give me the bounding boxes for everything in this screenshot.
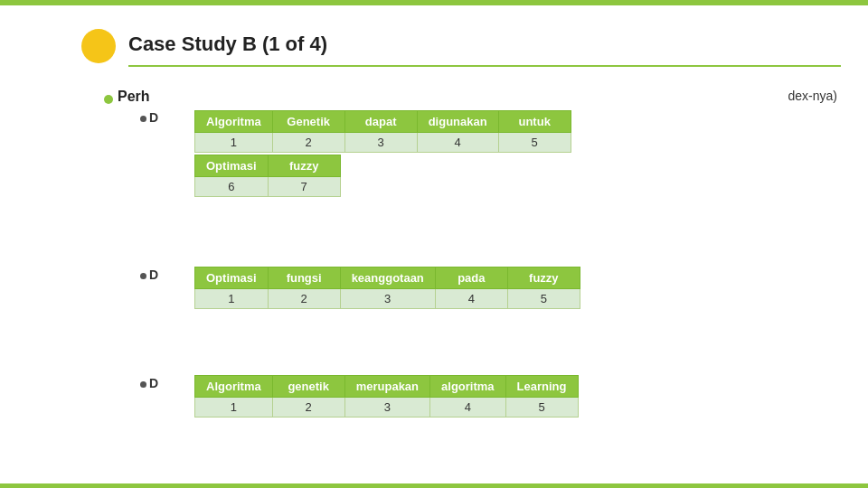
table1b-h1: Optimasi — [195, 155, 269, 177]
table3-h2: genetik — [272, 376, 344, 398]
main-bullet-text: Perh — [118, 89, 150, 105]
table2-n4: 4 — [435, 289, 507, 309]
table1-h2: Genetik — [272, 111, 344, 133]
sub2-text: D — [149, 267, 158, 282]
table3-number-row: 1 2 3 4 5 — [195, 398, 579, 418]
table2-h5: fuzzy — [507, 267, 580, 289]
table1b-h2: fuzzy — [268, 155, 340, 177]
table2-n1: 1 — [195, 289, 269, 309]
title-underline — [128, 65, 841, 67]
table1b-n2: 7 — [268, 177, 340, 197]
table1-n4: 4 — [417, 133, 498, 153]
table2-header-row: Optimasi fungsi keanggotaan pada fuzzy — [195, 267, 580, 289]
table1-n3: 3 — [344, 133, 417, 153]
table2-h2: fungsi — [268, 267, 340, 289]
sub-bullet2-dot — [140, 273, 146, 279]
table3-header-row: Algoritma genetik merupakan algoritma Le… — [195, 376, 579, 398]
table3: Algoritma genetik merupakan algoritma Le… — [194, 375, 579, 418]
table2: Optimasi fungsi keanggotaan pada fuzzy 1… — [194, 267, 580, 309]
table1-header-row: Algoritma Genetik dapat digunakan untuk — [195, 111, 571, 133]
page-title: Case Study B (1 of 4) — [128, 33, 327, 56]
table1b-header-row: Optimasi fuzzy — [195, 155, 341, 177]
table3-h4: algoritma — [430, 376, 506, 398]
top-decorative-line — [0, 0, 868, 5]
table1-h3: dapat — [344, 111, 417, 133]
table3-n5: 5 — [505, 398, 578, 418]
dex-text: dex-nya) — [788, 89, 837, 103]
table3-h5: Learning — [505, 376, 578, 398]
table2-n5: 5 — [507, 289, 580, 309]
table2-h3: keanggotaan — [340, 267, 435, 289]
main-bullet-dot — [104, 95, 113, 104]
table1-h5: untuk — [498, 111, 571, 133]
bottom-decorative-line — [0, 483, 868, 488]
table2-wrap: Optimasi fungsi keanggotaan pada fuzzy 1… — [194, 267, 580, 309]
table3-n1: 1 — [195, 398, 273, 418]
table1-h1: Algoritma — [195, 111, 273, 133]
table1b-number-row: 6 7 — [195, 177, 341, 197]
table2-h4: pada — [435, 267, 507, 289]
table1-n5: 5 — [498, 133, 571, 153]
table3-wrap: Algoritma genetik merupakan algoritma Le… — [194, 375, 579, 418]
table2-h1: Optimasi — [195, 267, 269, 289]
table2-n2: 2 — [268, 289, 340, 309]
table2-n3: 3 — [340, 289, 435, 309]
table1b-n1: 6 — [195, 177, 269, 197]
table2-number-row: 1 2 3 4 5 — [195, 289, 580, 309]
table3-n2: 2 — [272, 398, 344, 418]
table1-h4: digunakan — [417, 111, 498, 133]
circle-decoration — [81, 29, 116, 63]
table1b: Optimasi fuzzy 6 7 — [194, 155, 341, 197]
table1-n2: 2 — [272, 133, 344, 153]
table1: Algoritma Genetik dapat digunakan untuk … — [194, 110, 571, 153]
table1-number-row: 1 2 3 4 5 — [195, 133, 571, 153]
table3-h3: merupakan — [344, 376, 429, 398]
sub-bullet3-dot — [140, 381, 146, 388]
table1-wrap: Algoritma Genetik dapat digunakan untuk … — [194, 110, 571, 197]
table3-h1: Algoritma — [195, 376, 273, 398]
table1-n1: 1 — [195, 133, 273, 153]
sub-bullet1-dot — [140, 116, 146, 122]
table3-n3: 3 — [344, 398, 429, 418]
sub1-text: D — [149, 110, 158, 125]
sub3-text: D — [149, 376, 158, 390]
table3-n4: 4 — [430, 398, 506, 418]
